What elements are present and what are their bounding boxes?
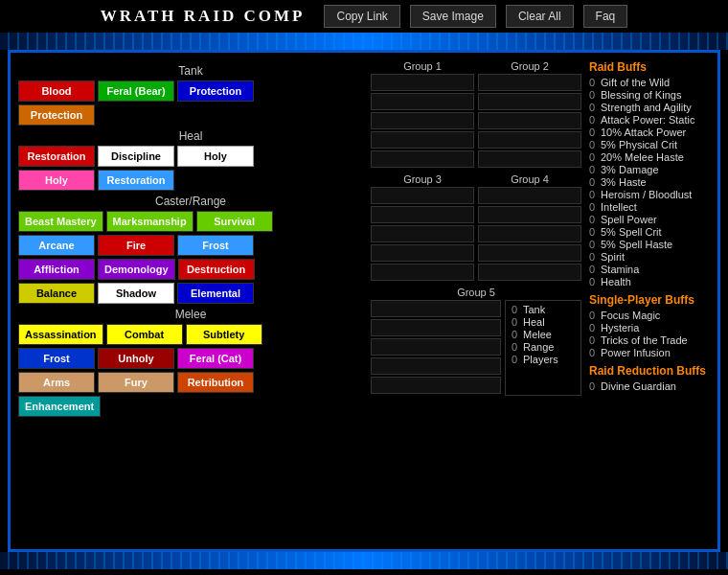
group-2-slot-4[interactable] (478, 131, 581, 149)
spec-discipline[interactable]: Discipline (98, 146, 174, 167)
spec-restoration-shaman[interactable]: Restoration (18, 146, 95, 167)
buff-count: 0 (589, 251, 597, 263)
buff-item: 020% Melee Haste (589, 151, 723, 163)
group-1-slot-4[interactable] (371, 131, 474, 149)
buff-count: 0 (589, 139, 597, 150)
caster-row-3: Affliction Demonology Destruction (18, 259, 363, 280)
group-2-label: Group 2 (478, 60, 581, 72)
spec-arms[interactable]: Arms (18, 372, 95, 393)
buff-name: Heroism / Bloodlust (601, 189, 692, 200)
spec-blood[interactable]: Blood (18, 80, 95, 102)
buff-count: 0 (589, 189, 597, 200)
stat-range: 0 Range (512, 341, 575, 353)
spec-frost-mage[interactable]: Frost (177, 235, 254, 256)
spec-elemental[interactable]: Elemental (177, 283, 254, 304)
spec-destruction[interactable]: Destruction (178, 259, 255, 280)
buff-item: 0Hysteria (589, 322, 723, 334)
group-2-slot-1[interactable] (478, 74, 581, 91)
group-5-slot-2[interactable] (371, 319, 501, 336)
group-2-slot-5[interactable] (478, 150, 581, 168)
stat-players-label: Players (523, 354, 558, 365)
spec-protection-warrior[interactable]: Protection (18, 104, 95, 126)
buff-name: Focus Magic (601, 310, 660, 321)
spec-assassination[interactable]: Assassination (18, 324, 103, 345)
faq-button[interactable]: Faq (583, 5, 628, 28)
spec-protection-paladin[interactable]: Protection (177, 80, 254, 102)
spec-feral-bear[interactable]: Feral (Bear) (98, 80, 174, 102)
spec-beast-mastery[interactable]: Beast Mastery (18, 211, 103, 232)
buff-item: 0Spell Power (589, 214, 723, 225)
buff-item: 0Divine Guardian (589, 380, 723, 392)
group-1-slot-5[interactable] (371, 150, 474, 168)
melee-label: Melee (18, 308, 363, 321)
spec-arcane[interactable]: Arcane (18, 235, 95, 256)
spec-unholy[interactable]: Unholy (98, 348, 174, 369)
buff-item: 0Gift of the Wild (589, 77, 723, 88)
group-4-slot-5[interactable] (478, 264, 581, 281)
group-3-slot-5[interactable] (371, 264, 474, 281)
spec-restoration-druid[interactable]: Restoration (98, 170, 174, 191)
buff-count: 0 (589, 102, 597, 113)
clear-all-button[interactable]: Clear All (506, 5, 574, 28)
spec-fury[interactable]: Fury (98, 372, 174, 393)
group-1-slot-1[interactable] (371, 74, 474, 91)
group-3-slot-4[interactable] (371, 244, 474, 262)
group-4-slot-3[interactable] (478, 225, 581, 242)
buff-item: 0Heroism / Bloodlust (589, 189, 723, 200)
group-4: Group 4 (478, 173, 581, 283)
group-1-slot-2[interactable] (371, 93, 474, 110)
group-4-slot-1[interactable] (478, 187, 581, 204)
caster-row-4: Balance Shadow Elemental (18, 283, 363, 304)
spec-panel: Tank Blood Feral (Bear) Protection Prote… (18, 60, 363, 541)
group-1-slot-3[interactable] (371, 112, 474, 129)
spec-holy-paladin[interactable]: Holy (18, 170, 95, 191)
copy-link-button[interactable]: Copy Link (324, 5, 399, 28)
buff-name: 10% Attack Power (601, 126, 686, 138)
group-3-label: Group 3 (371, 173, 474, 185)
buff-item: 0Tricks of the Trade (589, 334, 723, 346)
spec-feral-cat[interactable]: Feral (Cat) (177, 348, 254, 369)
raid-buffs-list: 0Gift of the Wild0Blessing of Kings0Stre… (589, 77, 723, 288)
group-4-slot-2[interactable] (478, 206, 581, 223)
group-3-slot-2[interactable] (371, 206, 474, 223)
group-2-slot-2[interactable] (478, 93, 581, 110)
group-1: Group 1 (371, 60, 474, 170)
spec-affliction[interactable]: Affliction (18, 259, 95, 280)
group-5-slot-5[interactable] (371, 377, 501, 394)
spec-fire[interactable]: Fire (98, 235, 174, 256)
group-3-slot-3[interactable] (371, 225, 474, 242)
buff-count: 0 (589, 214, 597, 225)
tank-label: Tank (18, 64, 363, 78)
spec-survival[interactable]: Survival (196, 211, 273, 232)
group-3-slot-1[interactable] (371, 187, 474, 204)
spec-balance[interactable]: Balance (18, 283, 95, 304)
spec-combat[interactable]: Combat (106, 324, 183, 345)
spec-enhancement[interactable]: Enhancement (18, 396, 101, 417)
group-2-slot-3[interactable] (478, 112, 581, 129)
raid-reduction-buffs-title: Raid Reduction Buffs (589, 364, 723, 378)
spec-subtlety[interactable]: Subtlety (186, 324, 262, 345)
buff-name: Blessing of Kings (601, 89, 681, 101)
spec-marksmanship[interactable]: Marksmanship (106, 211, 193, 232)
buff-name: Divine Guardian (601, 380, 676, 392)
group-4-label: Group 4 (478, 173, 581, 185)
buff-count: 0 (589, 151, 597, 163)
buff-name: Spirit (601, 251, 625, 263)
spec-retribution[interactable]: Retribution (177, 372, 254, 393)
group-4-slot-4[interactable] (478, 244, 581, 262)
group-5-slot-1[interactable] (371, 300, 501, 317)
spec-holy-priest[interactable]: Holy (177, 146, 254, 167)
buff-count: 0 (589, 347, 597, 358)
save-image-button[interactable]: Save Image (410, 5, 496, 28)
spec-shadow[interactable]: Shadow (98, 283, 174, 304)
buff-name: 5% Spell Crit (601, 226, 662, 238)
spec-frost-dk[interactable]: Frost (18, 348, 95, 369)
buff-name: 3% Haste (601, 176, 647, 188)
group-5-slot-4[interactable] (371, 357, 501, 375)
buff-item: 05% Physical Crit (589, 139, 723, 150)
group-5-slot-3[interactable] (371, 338, 501, 356)
buff-name: Spell Power (601, 214, 657, 225)
tank-row-1: Blood Feral (Bear) Protection (18, 80, 363, 102)
spec-demonology[interactable]: Demonology (98, 259, 175, 280)
buff-item: 05% Spell Crit (589, 226, 723, 238)
